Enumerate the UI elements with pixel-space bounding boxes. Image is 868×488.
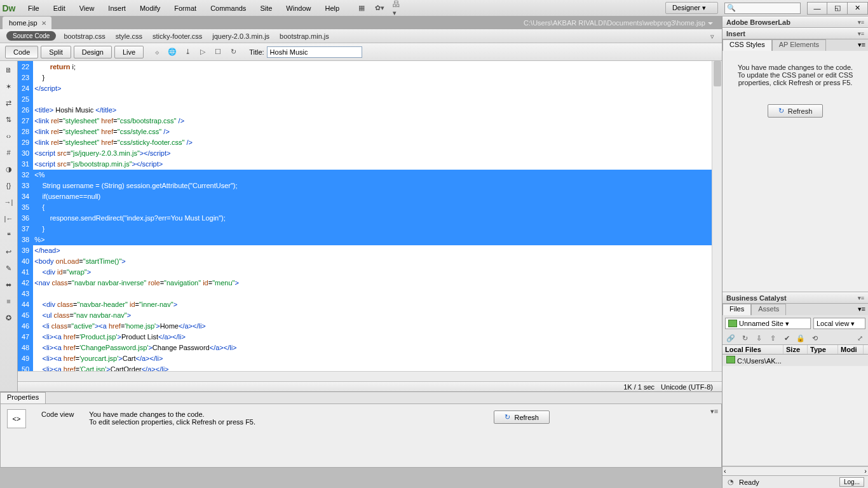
horizontal-scrollbar[interactable] (18, 371, 722, 381)
folder-icon (728, 320, 737, 327)
related-file[interactable]: style.css (116, 32, 142, 40)
open-docs-icon[interactable]: 🗎 (4, 65, 14, 75)
source-code-pill[interactable]: Source Code (6, 31, 56, 41)
browserlab-panel-head[interactable]: Adobe BrowserLab▾≡ (722, 17, 868, 28)
files-table: Local Files Size Type Modi C:\Users\AK..… (722, 344, 868, 366)
collapse-icon[interactable]: ✶ (4, 81, 14, 92)
minimize-button[interactable]: — (807, 2, 827, 15)
extend-icon[interactable]: ✿▾ (375, 4, 384, 13)
line-numbers-icon[interactable]: # (4, 147, 14, 158)
comment-icon[interactable]: ❝ (4, 230, 14, 240)
live-view-button[interactable]: Live (114, 46, 144, 58)
menu-insert[interactable]: Insert (102, 2, 132, 15)
menu-modify[interactable]: Modify (133, 2, 166, 15)
inspect-icon[interactable]: ⤓ (183, 48, 192, 57)
properties-tab[interactable]: Properties (0, 392, 46, 403)
css-refresh-button[interactable]: ↻Refresh (768, 104, 824, 118)
refresh-files-icon[interactable]: ↻ (740, 334, 749, 342)
filter-icon[interactable]: ▿ (708, 32, 717, 41)
encoding-status: Unicode (UTF-8) (661, 383, 713, 391)
log-button[interactable]: Log... (839, 477, 864, 487)
menu-window[interactable]: Window (280, 2, 317, 15)
balance-braces-icon[interactable]: ‹› (4, 131, 14, 141)
outdent-icon[interactable]: |← (4, 214, 14, 224)
site-icon[interactable]: 品▾ (393, 4, 402, 13)
file-mgmt-icon[interactable]: ☐ (214, 48, 222, 57)
menu-edit[interactable]: Edit (47, 2, 72, 15)
business-catalyst-head[interactable]: Business Catalyst▾≡ (722, 292, 868, 304)
menu-help[interactable]: Help (318, 2, 346, 15)
css-styles-tab[interactable]: CSS Styles (722, 39, 772, 51)
site-select[interactable]: Unnamed Site ▾ (725, 318, 811, 329)
panel-menu-icon[interactable]: ▾≡ (855, 304, 868, 315)
properties-refresh-button[interactable]: ↻Refresh (494, 410, 550, 424)
globe-icon[interactable]: 🌐 (168, 48, 177, 57)
code-area[interactable]: return i; }</script> <title> Hoshi Music… (33, 61, 712, 371)
split-view-button[interactable]: Split (41, 46, 71, 58)
menu-format[interactable]: Format (168, 2, 203, 15)
file-row[interactable]: C:\Users\AK... (722, 355, 868, 366)
document-tab-bar: home.jsp ✕ C:\Users\AKBAR RIVALDI\Docume… (0, 17, 722, 29)
code-editor[interactable]: 22 23 24 25 26 27 28 29 30 31 32 33 34 3… (18, 61, 722, 371)
col-type[interactable]: Type (808, 345, 838, 354)
live-code-icon[interactable]: ⟐ (153, 48, 161, 57)
related-file[interactable]: bootstrap.min.js (280, 32, 329, 40)
close-tab-icon[interactable]: ✕ (41, 20, 46, 27)
highlight-icon[interactable]: ◑ (4, 164, 14, 174)
check-icon[interactable]: ✪ (4, 313, 14, 323)
col-modified[interactable]: Modi (838, 345, 864, 354)
view-select[interactable]: Local view ▾ (813, 318, 865, 329)
get-icon[interactable]: ⇩ (754, 334, 763, 342)
vertical-scrollbar[interactable] (712, 61, 722, 371)
search-input[interactable] (724, 3, 801, 14)
search-icon: 🔍 (727, 4, 736, 13)
design-view-button[interactable]: Design (74, 46, 112, 58)
workspace-switcher[interactable]: Designer ▾ (665, 2, 718, 14)
related-file[interactable]: bootstrap.css (64, 32, 105, 40)
layout-icon[interactable]: ▦ (357, 4, 366, 13)
side-panels: Adobe BrowserLab▾≡ Insert▾≡ CSS Styles A… (722, 17, 868, 488)
refresh-icon[interactable]: ↻ (229, 48, 238, 57)
menu-view[interactable]: View (73, 2, 101, 15)
col-localfiles[interactable]: Local Files (722, 345, 783, 354)
css-msg2: To update the CSS panel or edit CSS prop… (728, 71, 863, 86)
maximize-button[interactable]: ◱ (827, 2, 848, 15)
checkin-icon[interactable]: 🔒 (796, 334, 805, 342)
files-tab[interactable]: Files (722, 304, 751, 315)
expand-files-icon[interactable]: ⤢ (855, 334, 864, 342)
select-parent-icon[interactable]: ⇅ (4, 114, 14, 125)
code-view-button[interactable]: Code (5, 46, 38, 58)
properties-msg1: You have made changes to the code. (89, 410, 255, 418)
insert-panel-head[interactable]: Insert▾≡ (722, 28, 868, 39)
syntax-icon[interactable]: {} (4, 180, 14, 191)
panel-menu-icon[interactable]: ▾≡ (855, 39, 868, 51)
path-dropdown-icon[interactable] (708, 22, 713, 25)
recent-snippets-icon[interactable]: ✎ (4, 263, 14, 273)
ap-elements-tab[interactable]: AP Elements (772, 39, 826, 51)
menu-file[interactable]: File (22, 2, 46, 15)
code-view-icon: <> (7, 409, 26, 428)
wrap-icon[interactable]: ↩ (4, 247, 14, 257)
expand-icon[interactable]: ⇄ (4, 98, 14, 108)
menu-site[interactable]: Site (254, 2, 278, 15)
title-input[interactable] (267, 46, 362, 58)
sync-icon[interactable]: ⟲ (810, 334, 819, 342)
assets-tab[interactable]: Assets (751, 304, 786, 315)
close-button[interactable]: ✕ (848, 2, 868, 15)
menu-commands[interactable]: Commands (204, 2, 252, 15)
properties-menu-icon[interactable]: ▾≡ (710, 407, 719, 416)
format-icon[interactable]: ≡ (4, 296, 14, 306)
related-file[interactable]: sticky-footer.css (153, 32, 202, 40)
related-files-bar: Source Code bootstrap.cssstyle.csssticky… (0, 29, 722, 43)
status-bar: 1K / 1 sec Unicode (UTF-8) (18, 381, 722, 391)
indent-icon[interactable]: →| (4, 197, 14, 207)
document-tab[interactable]: home.jsp ✕ (3, 17, 51, 29)
checkout-icon[interactable]: ✔ (782, 334, 791, 342)
related-file[interactable]: jquery-2.0.3.min.js (212, 32, 269, 40)
browse-icon[interactable]: ▷ (198, 48, 207, 57)
col-size[interactable]: Size (783, 345, 808, 354)
move-css-icon[interactable]: ⬌ (4, 280, 14, 290)
main-menu: FileEditViewInsertModifyFormatCommandsSi… (22, 2, 346, 15)
put-icon[interactable]: ⇧ (768, 334, 777, 342)
connect-icon[interactable]: 🔗 (726, 334, 735, 342)
